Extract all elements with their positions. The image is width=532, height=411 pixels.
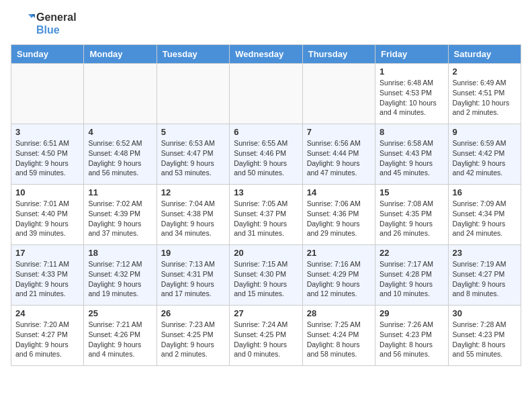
day-number: 28 xyxy=(307,308,371,318)
day-number: 5 xyxy=(161,127,225,137)
calendar-cell: 14Sunrise: 7:06 AM Sunset: 4:36 PM Dayli… xyxy=(302,185,375,245)
day-info: Sunrise: 7:13 AM Sunset: 4:31 PM Dayligh… xyxy=(161,259,225,299)
calendar-cell: 29Sunrise: 7:26 AM Sunset: 4:23 PM Dayli… xyxy=(375,306,448,366)
day-number: 12 xyxy=(161,187,225,197)
day-info: Sunrise: 7:20 AM Sunset: 4:27 PM Dayligh… xyxy=(15,320,79,359)
calendar-cell xyxy=(230,64,302,124)
day-info: Sunrise: 7:21 AM Sunset: 4:26 PM Dayligh… xyxy=(88,320,152,359)
day-info: Sunrise: 7:24 AM Sunset: 4:25 PM Dayligh… xyxy=(234,320,298,359)
calendar-cell xyxy=(84,64,157,124)
day-info: Sunrise: 7:04 AM Sunset: 4:38 PM Dayligh… xyxy=(161,199,225,238)
calendar-cell: 22Sunrise: 7:17 AM Sunset: 4:28 PM Dayli… xyxy=(375,245,448,306)
calendar-cell: 27Sunrise: 7:24 AM Sunset: 4:25 PM Dayli… xyxy=(230,306,302,366)
calendar-cell: 16Sunrise: 7:09 AM Sunset: 4:34 PM Dayli… xyxy=(448,185,521,245)
day-info: Sunrise: 7:25 AM Sunset: 4:24 PM Dayligh… xyxy=(307,320,371,359)
calendar-day-header: Friday xyxy=(375,45,448,64)
day-info: Sunrise: 7:06 AM Sunset: 4:36 PM Dayligh… xyxy=(307,199,371,238)
day-info: Sunrise: 7:23 AM Sunset: 4:25 PM Dayligh… xyxy=(161,320,225,359)
day-number: 2 xyxy=(453,66,517,77)
calendar-cell: 5Sunrise: 6:53 AM Sunset: 4:47 PM Daylig… xyxy=(157,124,229,185)
calendar-cell: 17Sunrise: 7:11 AM Sunset: 4:33 PM Dayli… xyxy=(11,245,84,306)
calendar-cell: 4Sunrise: 6:52 AM Sunset: 4:48 PM Daylig… xyxy=(84,124,157,185)
day-info: Sunrise: 7:12 AM Sunset: 4:32 PM Dayligh… xyxy=(88,259,152,299)
calendar-cell: 28Sunrise: 7:25 AM Sunset: 4:24 PM Dayli… xyxy=(302,306,375,366)
day-info: Sunrise: 7:26 AM Sunset: 4:23 PM Dayligh… xyxy=(380,320,443,359)
day-info: Sunrise: 6:55 AM Sunset: 4:46 PM Dayligh… xyxy=(234,138,298,178)
logo-general: General xyxy=(36,11,77,24)
day-info: Sunrise: 7:19 AM Sunset: 4:27 PM Dayligh… xyxy=(453,259,517,299)
calendar-cell xyxy=(302,64,375,124)
day-number: 20 xyxy=(234,248,298,258)
calendar-cell: 25Sunrise: 7:21 AM Sunset: 4:26 PM Dayli… xyxy=(84,306,157,366)
day-info: Sunrise: 6:48 AM Sunset: 4:53 PM Dayligh… xyxy=(380,78,443,118)
calendar-cell: 26Sunrise: 7:23 AM Sunset: 4:25 PM Dayli… xyxy=(157,306,229,366)
logo: General Blue xyxy=(11,11,77,36)
calendar-cell: 7Sunrise: 6:56 AM Sunset: 4:44 PM Daylig… xyxy=(302,124,375,185)
day-info: Sunrise: 7:01 AM Sunset: 4:40 PM Dayligh… xyxy=(15,199,79,238)
day-number: 8 xyxy=(380,127,443,137)
calendar-cell: 19Sunrise: 7:13 AM Sunset: 4:31 PM Dayli… xyxy=(157,245,229,306)
day-number: 25 xyxy=(88,308,152,318)
calendar-cell: 1Sunrise: 6:48 AM Sunset: 4:53 PM Daylig… xyxy=(375,64,448,124)
day-info: Sunrise: 6:58 AM Sunset: 4:43 PM Dayligh… xyxy=(380,138,443,178)
day-info: Sunrise: 7:02 AM Sunset: 4:39 PM Dayligh… xyxy=(88,199,152,238)
day-info: Sunrise: 6:53 AM Sunset: 4:47 PM Dayligh… xyxy=(161,138,225,178)
day-number: 23 xyxy=(453,248,517,258)
calendar-cell: 21Sunrise: 7:16 AM Sunset: 4:29 PM Dayli… xyxy=(302,245,375,306)
day-info: Sunrise: 7:08 AM Sunset: 4:35 PM Dayligh… xyxy=(380,199,443,238)
day-number: 21 xyxy=(307,248,371,258)
day-info: Sunrise: 6:51 AM Sunset: 4:50 PM Dayligh… xyxy=(15,138,79,178)
day-number: 1 xyxy=(380,66,443,77)
day-number: 19 xyxy=(161,248,225,258)
day-info: Sunrise: 6:49 AM Sunset: 4:51 PM Dayligh… xyxy=(453,78,517,118)
day-number: 4 xyxy=(88,127,152,137)
calendar-cell: 30Sunrise: 7:28 AM Sunset: 4:23 PM Dayli… xyxy=(448,306,521,366)
calendar-cell: 2Sunrise: 6:49 AM Sunset: 4:51 PM Daylig… xyxy=(448,64,521,124)
day-number: 17 xyxy=(15,248,79,258)
day-info: Sunrise: 7:05 AM Sunset: 4:37 PM Dayligh… xyxy=(234,199,298,238)
calendar-cell: 13Sunrise: 7:05 AM Sunset: 4:37 PM Dayli… xyxy=(230,185,302,245)
day-number: 16 xyxy=(453,187,517,197)
calendar-cell: 10Sunrise: 7:01 AM Sunset: 4:40 PM Dayli… xyxy=(11,185,84,245)
day-info: Sunrise: 7:28 AM Sunset: 4:23 PM Dayligh… xyxy=(453,320,517,359)
day-number: 22 xyxy=(380,248,443,258)
day-info: Sunrise: 6:59 AM Sunset: 4:42 PM Dayligh… xyxy=(453,138,517,178)
day-number: 24 xyxy=(15,308,79,318)
day-number: 7 xyxy=(307,127,371,137)
day-info: Sunrise: 6:56 AM Sunset: 4:44 PM Dayligh… xyxy=(307,138,371,178)
day-number: 9 xyxy=(453,127,517,137)
day-info: Sunrise: 7:17 AM Sunset: 4:28 PM Dayligh… xyxy=(380,259,443,299)
logo-blue: Blue xyxy=(36,24,77,36)
day-number: 15 xyxy=(380,187,443,197)
day-info: Sunrise: 6:52 AM Sunset: 4:48 PM Dayligh… xyxy=(88,138,152,178)
day-number: 27 xyxy=(234,308,298,318)
calendar-cell xyxy=(157,64,229,124)
day-number: 13 xyxy=(234,187,298,197)
day-info: Sunrise: 7:16 AM Sunset: 4:29 PM Dayligh… xyxy=(307,259,371,299)
calendar-week-row: 17Sunrise: 7:11 AM Sunset: 4:33 PM Dayli… xyxy=(11,245,521,306)
calendar-cell: 15Sunrise: 7:08 AM Sunset: 4:35 PM Dayli… xyxy=(375,185,448,245)
day-number: 29 xyxy=(380,308,443,318)
calendar-day-header: Sunday xyxy=(11,45,84,64)
day-number: 30 xyxy=(453,308,517,318)
day-number: 14 xyxy=(307,187,371,197)
calendar-day-header: Tuesday xyxy=(157,45,229,64)
calendar-week-row: 1Sunrise: 6:48 AM Sunset: 4:53 PM Daylig… xyxy=(11,64,521,124)
calendar-cell: 23Sunrise: 7:19 AM Sunset: 4:27 PM Dayli… xyxy=(448,245,521,306)
calendar-day-header: Thursday xyxy=(302,45,375,64)
page-header: General Blue xyxy=(11,11,521,36)
calendar-cell: 20Sunrise: 7:15 AM Sunset: 4:30 PM Dayli… xyxy=(230,245,302,306)
calendar-week-row: 24Sunrise: 7:20 AM Sunset: 4:27 PM Dayli… xyxy=(11,306,521,366)
day-number: 26 xyxy=(161,308,225,318)
logo-wrapper: General Blue xyxy=(11,11,77,36)
logo-svg xyxy=(11,11,35,36)
calendar-cell: 11Sunrise: 7:02 AM Sunset: 4:39 PM Dayli… xyxy=(84,185,157,245)
calendar-cell: 6Sunrise: 6:55 AM Sunset: 4:46 PM Daylig… xyxy=(230,124,302,185)
calendar-day-header: Saturday xyxy=(448,45,521,64)
day-number: 18 xyxy=(88,248,152,258)
day-number: 10 xyxy=(15,187,79,197)
calendar-cell xyxy=(11,64,84,124)
calendar-cell: 9Sunrise: 6:59 AM Sunset: 4:42 PM Daylig… xyxy=(448,124,521,185)
day-number: 3 xyxy=(15,127,79,137)
calendar-table: SundayMondayTuesdayWednesdayThursdayFrid… xyxy=(11,44,521,366)
